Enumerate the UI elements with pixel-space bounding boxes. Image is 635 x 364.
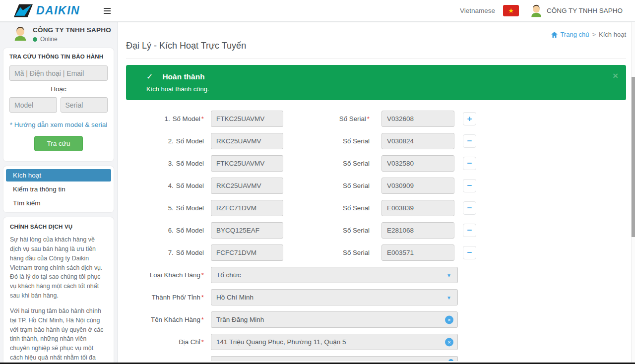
policy-paragraphs: Sự hài lòng của khách hàng về dịch vụ sa… <box>10 235 107 364</box>
model-input-5[interactable] <box>211 200 283 216</box>
required-asterisk: * <box>367 115 370 122</box>
remove-row-button[interactable]: − <box>463 157 476 170</box>
customer-name-field: × <box>211 311 458 328</box>
online-status-dot <box>33 37 37 42</box>
serial-input-3[interactable] <box>381 155 454 172</box>
sidebar-user-panel: CÔNG TY TNHH SAPHO Online <box>0 22 117 46</box>
top-bar: DAIKIN Vietnamese ★ CÔNG TY TNHH SAPHO <box>0 0 635 22</box>
add-row-button[interactable]: + <box>463 112 476 125</box>
caret-down-icon: ▼ <box>446 272 451 278</box>
model-label: 3.Số Model <box>126 160 204 167</box>
serial-input-2[interactable] <box>381 133 454 149</box>
clear-icon <box>448 359 453 361</box>
customer-name-input[interactable] <box>211 312 457 327</box>
customer-type-select[interactable]: Tổ chức ▼ <box>211 267 458 283</box>
model-input-2[interactable] <box>211 133 283 149</box>
hamburger-icon <box>104 8 111 9</box>
city-row: Thành Phố/ Tỉnh* Hồ Chí Minh ▼ <box>126 289 626 305</box>
sidebar-menu: Kích hoạtKiểm tra thông tinTìm kiếm <box>3 166 114 212</box>
model-serial-row: 7.Số Model Số Serial − <box>126 244 626 261</box>
next-field-partial <box>211 356 458 361</box>
model-search-input[interactable] <box>9 97 57 113</box>
language-label[interactable]: Vietnamese <box>460 7 495 14</box>
serial-input-7[interactable] <box>381 244 454 261</box>
header-user-name[interactable]: CÔNG TY TNHH SAPHO <box>547 7 623 14</box>
vietnam-flag-icon[interactable]: ★ <box>503 5 519 16</box>
sidebar-item-search[interactable]: Tìm kiếm <box>6 197 111 209</box>
model-input-4[interactable] <box>211 178 283 194</box>
home-icon <box>551 32 558 38</box>
model-label: 4.Số Model <box>126 182 204 189</box>
required-asterisk: * <box>201 271 204 279</box>
serial-label: Số Serial* <box>283 115 370 122</box>
policy-title: CHÍNH SÁCH DỊCH VỤ <box>10 224 107 230</box>
user-avatar[interactable] <box>530 4 543 17</box>
required-asterisk: * <box>201 115 204 122</box>
model-serial-row: 6.Số Model Số Serial − <box>126 222 626 239</box>
address-input[interactable] <box>211 334 457 350</box>
check-icon: ✓ <box>146 72 153 81</box>
daikin-logo: DAIKIN <box>14 4 80 17</box>
or-label: Hoặc <box>9 85 108 93</box>
customer-type-label: Loại Khách Hàng* <box>126 271 204 279</box>
sidebar-item-activate[interactable]: Kích hoạt <box>6 169 111 182</box>
breadcrumb-home-link[interactable]: Trang chủ <box>551 31 589 38</box>
serial-label: Số Serial <box>283 137 370 145</box>
online-status-label: Online <box>40 36 58 43</box>
city-select[interactable]: Hồ Chí Minh ▼ <box>211 289 458 305</box>
model-label: 7.Số Model <box>126 249 204 256</box>
serial-input-6[interactable] <box>381 222 454 239</box>
model-serial-row: 1.Số Model* Số Serial* + <box>126 111 626 127</box>
customer-name-row: Tên Khách Hàng* × <box>126 311 626 328</box>
model-input-7[interactable] <box>211 244 283 261</box>
alert-message: Kích hoạt thành công. <box>146 85 616 93</box>
required-asterisk: * <box>201 316 204 323</box>
model-input-3[interactable] <box>211 155 283 172</box>
remove-row-button[interactable]: − <box>463 134 476 148</box>
serial-input-1[interactable] <box>381 111 454 127</box>
page-title: Đại Lý - Kích Hoạt Trực Tuyến <box>126 41 626 59</box>
city-label: Thành Phố/ Tỉnh* <box>126 294 204 301</box>
remove-row-button[interactable]: − <box>463 246 476 259</box>
caret-down-icon: ▼ <box>446 295 451 300</box>
model-serial-row: 3.Số Model Số Serial − <box>126 155 626 172</box>
serial-input-4[interactable] <box>381 178 454 194</box>
serial-label: Số Serial <box>283 204 370 212</box>
address-label: Địa Chỉ* <box>126 338 204 346</box>
breadcrumb: Trang chủ > Kích hoạt <box>126 22 626 38</box>
warranty-search-card: TRA CỨU THÔNG TIN BẢO HÀNH Hoặc * Hướng … <box>3 48 114 161</box>
customer-type-row: Loại Khách Hàng* Tổ chức ▼ <box>126 267 626 283</box>
clear-icon[interactable]: × <box>445 315 453 324</box>
serial-label: Số Serial <box>283 227 370 234</box>
model-input-1[interactable] <box>211 111 283 127</box>
lookup-button[interactable]: Tra cứu <box>34 136 83 151</box>
policy-paragraph: Với hai trung tâm bảo hành chính tại TP.… <box>10 306 107 364</box>
close-icon[interactable]: × <box>613 71 618 80</box>
model-serial-guide-link[interactable]: * Hướng dẫn xem model & serial <box>9 121 108 128</box>
required-asterisk: * <box>201 294 204 301</box>
required-asterisk: * <box>201 338 204 346</box>
model-serial-row: 5.Số Model Số Serial − <box>126 200 626 216</box>
remove-row-button[interactable]: − <box>463 224 476 237</box>
scrollbar-thumb[interactable] <box>632 77 635 237</box>
clear-icon[interactable]: × <box>445 338 453 346</box>
serial-label: Số Serial <box>283 160 370 167</box>
sidebar-toggle-button[interactable] <box>102 4 113 17</box>
model-label: 2.Số Model <box>126 137 204 145</box>
model-serial-row: 4.Số Model Số Serial − <box>126 178 626 194</box>
policy-paragraph: Sự hài lòng của khách hàng về dịch vụ sa… <box>10 235 107 301</box>
model-input-6[interactable] <box>211 222 283 239</box>
daikin-wordmark: DAIKIN <box>36 4 80 17</box>
serial-input-5[interactable] <box>381 200 454 216</box>
sidebar-item-check-info[interactable]: Kiểm tra thông tin <box>6 183 111 195</box>
main-content: Trang chủ > Kích hoạt Đại Lý - Kích Hoạt… <box>118 22 631 364</box>
serial-search-input[interactable] <box>61 97 108 113</box>
model-label: 6.Số Model <box>126 227 204 234</box>
sidebar: CÔNG TY TNHH SAPHO Online TRA CỨU THÔNG … <box>0 22 118 364</box>
remove-row-button[interactable]: − <box>463 179 476 192</box>
code-phone-email-input[interactable] <box>9 65 108 81</box>
service-policy-card: CHÍNH SÁCH DỊCH VỤ Sự hài lòng của khách… <box>3 217 114 364</box>
vertical-scrollbar[interactable] <box>631 22 635 364</box>
remove-row-button[interactable]: − <box>463 201 476 215</box>
activation-form: 1.Số Model* Số Serial* + 2.Số Model Số S… <box>126 111 626 361</box>
